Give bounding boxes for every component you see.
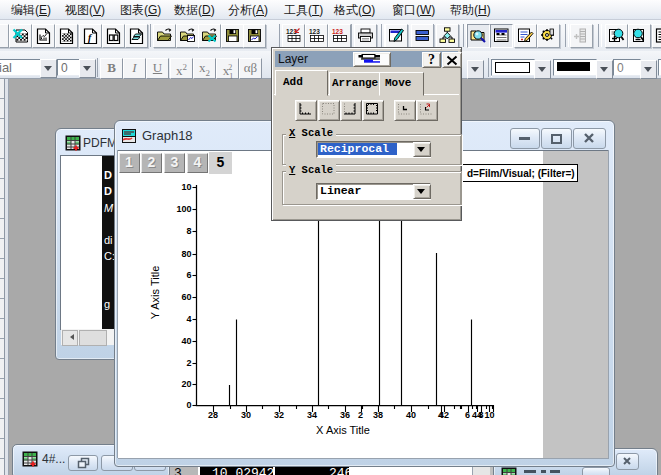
svg-text:2: 2 xyxy=(358,410,363,420)
svg-text:6: 6 xyxy=(465,410,470,420)
svg-text:100: 100 xyxy=(176,204,191,214)
svg-text:4: 4 xyxy=(186,314,191,324)
svg-text:123: 123 xyxy=(309,28,320,35)
svg-text:8: 8 xyxy=(478,410,483,420)
svg-text:40: 40 xyxy=(181,336,191,346)
svg-text:X Axis Title: X Axis Title xyxy=(316,424,370,436)
svg-text:4: 4 xyxy=(438,410,443,420)
svg-text:123: 123 xyxy=(332,28,343,35)
svg-text:38: 38 xyxy=(373,410,383,420)
svg-text:32: 32 xyxy=(274,410,284,420)
svg-text:10: 10 xyxy=(484,410,494,420)
svg-text:60: 60 xyxy=(181,292,191,302)
svg-text:Y Axis Title: Y Axis Title xyxy=(149,266,161,320)
svg-text:30: 30 xyxy=(241,410,251,420)
svg-text:8: 8 xyxy=(186,226,191,236)
svg-text:40: 40 xyxy=(406,410,416,420)
svg-text:80: 80 xyxy=(181,249,191,259)
svg-text:20: 20 xyxy=(181,379,191,389)
svg-text:36: 36 xyxy=(340,410,350,420)
svg-text:34: 34 xyxy=(307,410,317,420)
svg-text:2: 2 xyxy=(186,358,191,368)
svg-text:10: 10 xyxy=(181,182,191,192)
svg-text:6: 6 xyxy=(186,270,191,280)
svg-text:0: 0 xyxy=(186,400,191,410)
svg-text:28: 28 xyxy=(208,410,218,420)
